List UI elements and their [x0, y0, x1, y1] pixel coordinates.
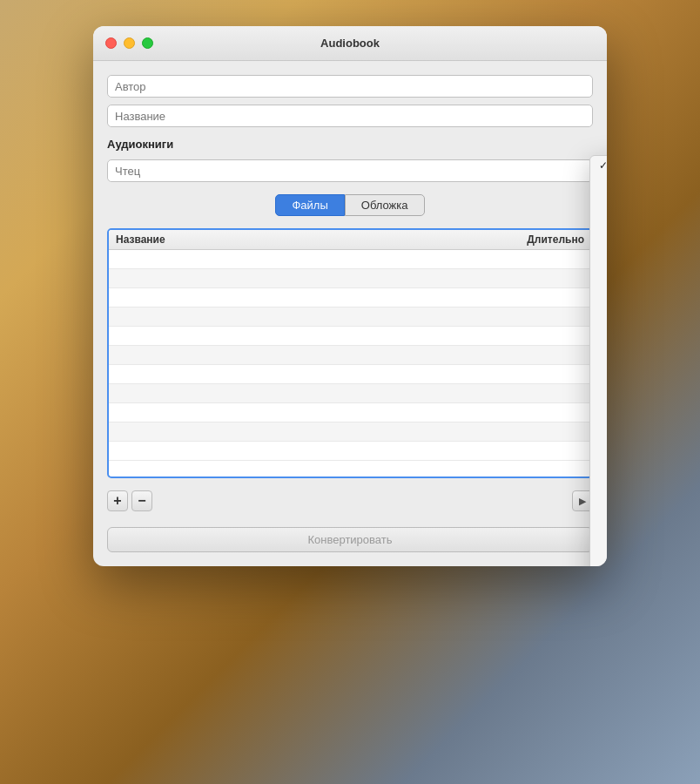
- maximize-button[interactable]: [142, 37, 153, 49]
- genre-item-chick-lit[interactable]: Chick Lit: [590, 211, 607, 229]
- genre-item-comics[interactable]: Comics: [590, 284, 607, 302]
- genre-item-music[interactable]: Music: [590, 522, 607, 540]
- titlebar: Audiobook: [93, 26, 607, 61]
- table-row: [109, 403, 591, 422]
- table-controls: + − ▶: [107, 485, 593, 517]
- title-input[interactable]: [107, 105, 593, 127]
- traffic-lights: [105, 37, 153, 49]
- genre-item-crime[interactable]: Crime: [590, 339, 607, 357]
- window-content: Аудиокниги Файлы Обложка Название Длител…: [93, 61, 607, 566]
- genre-item-children's[interactable]: Children's: [590, 229, 607, 247]
- files-table: Название Длительно: [107, 228, 593, 478]
- table-row: [109, 250, 591, 269]
- genre-item-classics[interactable]: Classics: [590, 266, 607, 284]
- table-row: [109, 442, 591, 461]
- genre-item-historical-fiction[interactable]: Historical Fiction: [590, 430, 607, 449]
- genre-dropdown[interactable]: ArtBiographyBusinessChick LitChildren'sC…: [589, 155, 607, 566]
- genre-item-ebooks[interactable]: Ebooks: [590, 357, 607, 375]
- table-row: [109, 288, 591, 308]
- genre-item-mystery[interactable]: Mystery: [590, 540, 607, 558]
- table-row: [109, 269, 591, 288]
- table-row: [109, 365, 591, 384]
- table-row: [109, 308, 591, 327]
- genre-item-non-fiction[interactable]: Non Fiction: [590, 558, 607, 566]
- genre-item-art[interactable]: Art: [590, 156, 607, 174]
- col-duration: Длительно: [515, 233, 584, 246]
- main-window: Audiobook Аудиокниги Файлы Обложка Назва…: [93, 26, 607, 566]
- col-name: Название: [116, 233, 515, 246]
- window-title: Audiobook: [320, 37, 380, 50]
- genre-item-cookbooks[interactable]: Cookbooks: [590, 321, 607, 339]
- genre-item-memoir[interactable]: Memoir: [590, 504, 607, 522]
- genre-item-business[interactable]: Business: [590, 193, 607, 211]
- author-input[interactable]: [107, 75, 593, 98]
- reader-input[interactable]: [107, 159, 593, 182]
- table-row: [109, 346, 591, 365]
- tab-files[interactable]: Файлы: [275, 194, 344, 216]
- convert-button: Конвертировать: [107, 527, 593, 552]
- tab-bar: Файлы Обложка: [107, 194, 593, 216]
- genre-item-christian[interactable]: Christian: [590, 247, 607, 266]
- genre-item-biography[interactable]: Biography: [590, 174, 607, 193]
- table-row: [109, 327, 591, 346]
- genre-item-humor-and-comedy[interactable]: Humor And Comedy: [590, 485, 607, 504]
- tab-cover[interactable]: Обложка: [345, 194, 425, 216]
- table-row: [109, 422, 591, 442]
- genre-item-fiction[interactable]: Fiction: [590, 394, 607, 412]
- section-label: Аудиокниги: [107, 134, 593, 152]
- add-button[interactable]: +: [107, 490, 128, 511]
- genre-item-fantasy[interactable]: Fantasy: [590, 375, 607, 394]
- genre-item-gay-and-lesbian[interactable]: Gay And Lesbian: [590, 412, 607, 430]
- minimize-button[interactable]: [124, 37, 135, 49]
- table-header: Название Длительно: [109, 230, 591, 250]
- genre-item-contemporary[interactable]: Contemporary: [590, 302, 607, 321]
- genre-item-horror[interactable]: Horror: [590, 467, 607, 485]
- table-row: [109, 384, 591, 403]
- remove-button[interactable]: −: [131, 490, 152, 511]
- table-rows[interactable]: [109, 250, 591, 476]
- genre-item-history[interactable]: History: [590, 449, 607, 467]
- close-button[interactable]: [105, 37, 117, 49]
